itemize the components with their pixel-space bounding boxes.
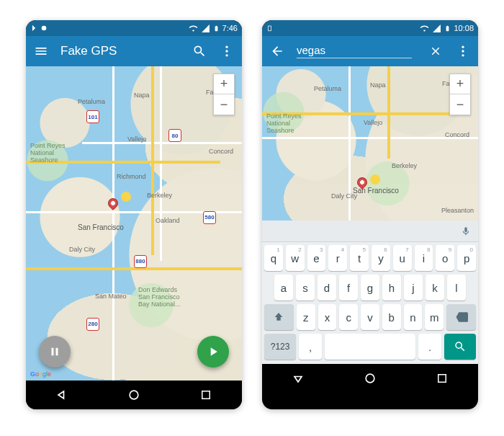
- nav-recents-button[interactable]: [428, 364, 456, 393]
- key-h[interactable]: h: [382, 275, 401, 301]
- key-n[interactable]: n: [404, 304, 423, 330]
- map[interactable]: Petaluma Napa Fairfield Vallejo Concord …: [26, 66, 242, 381]
- key-v[interactable]: v: [361, 304, 379, 330]
- key-row-4: ?123 , .: [264, 334, 476, 360]
- key-s[interactable]: s: [296, 275, 315, 301]
- zoom-out-button[interactable]: −: [214, 94, 234, 115]
- keyboard-search-key[interactable]: [444, 334, 476, 360]
- key-row-2: asdfghjkl: [264, 275, 476, 301]
- overflow-icon[interactable]: [455, 43, 471, 59]
- map-label: Richmond: [117, 173, 146, 180]
- svg-rect-5: [202, 391, 210, 399]
- key-w[interactable]: w2: [286, 245, 305, 271]
- key-f[interactable]: f: [339, 275, 358, 301]
- key-u[interactable]: u7: [393, 245, 412, 271]
- key-r[interactable]: r4: [328, 245, 347, 271]
- key-e[interactable]: e3: [307, 245, 326, 271]
- pause-fab[interactable]: [39, 336, 71, 368]
- period-key[interactable]: .: [418, 334, 441, 360]
- key-p[interactable]: p0: [457, 245, 476, 271]
- nav-back-button[interactable]: [48, 381, 76, 409]
- key-d[interactable]: d: [318, 275, 336, 301]
- phone-main-view: 7:46 Fake GPS Petaluma Napa Fairfield Va…: [26, 20, 242, 409]
- svg-point-4: [130, 391, 138, 399]
- wifi-icon: [189, 24, 198, 33]
- space-key[interactable]: [325, 334, 415, 360]
- status-time: 7:46: [222, 24, 238, 32]
- nav-home-button[interactable]: [120, 381, 148, 409]
- overflow-icon[interactable]: [219, 43, 235, 59]
- nav-bar: [262, 364, 478, 393]
- signal-icon: [432, 24, 441, 33]
- map-attribution: Google: [30, 370, 51, 378]
- nav-back-down-button[interactable]: [284, 364, 312, 393]
- key-a[interactable]: a: [274, 275, 293, 301]
- comma-key[interactable]: ,: [299, 334, 322, 360]
- svg-rect-6: [269, 26, 271, 31]
- key-z[interactable]: z: [297, 304, 315, 330]
- key-j[interactable]: j: [404, 275, 423, 301]
- search-icon[interactable]: [192, 43, 207, 59]
- map-label: Berkeley: [147, 192, 172, 199]
- key-x[interactable]: x: [318, 304, 337, 330]
- map[interactable]: Petaluma Napa Fairfield Vallejo Concord …: [262, 66, 478, 221]
- search-input[interactable]: vegas: [297, 44, 412, 58]
- highway-shield: 280: [86, 318, 99, 331]
- zoom-control: + −: [449, 74, 471, 115]
- svg-point-3: [225, 54, 228, 56]
- map-label: Petaluma: [78, 98, 105, 105]
- nav-bar: [26, 381, 242, 409]
- key-c[interactable]: c: [339, 304, 358, 330]
- status-icon: [40, 25, 48, 32]
- key-q[interactable]: q1: [264, 245, 283, 271]
- key-k[interactable]: k: [426, 275, 444, 301]
- map-label-park: Point Reyes National Seashore: [266, 112, 302, 134]
- key-m[interactable]: m: [425, 304, 444, 330]
- hamburger-icon[interactable]: [33, 43, 49, 59]
- symbols-key[interactable]: ?123: [264, 334, 296, 360]
- mic-icon[interactable]: [461, 226, 471, 236]
- zoom-control: + −: [213, 74, 235, 115]
- clear-icon[interactable]: [428, 43, 444, 59]
- map-label: Vallejo: [364, 119, 382, 126]
- play-fab[interactable]: [197, 336, 229, 368]
- map-label: Napa: [134, 92, 150, 99]
- status-bar: 10:08: [262, 20, 478, 36]
- svg-point-0: [42, 26, 47, 31]
- map-label: Concord: [445, 131, 469, 138]
- signal-icon: [201, 24, 210, 33]
- map-label: Oakland: [156, 217, 180, 224]
- key-row-3: zxcvbnm: [264, 304, 476, 330]
- keyboard-suggest-bar: [262, 221, 478, 242]
- key-t[interactable]: t5: [350, 245, 369, 271]
- wifi-icon: [420, 24, 429, 33]
- nav-home-button[interactable]: [356, 364, 384, 393]
- status-bar: 7:46: [26, 20, 242, 36]
- map-label: Napa: [370, 81, 386, 89]
- key-i[interactable]: i8: [415, 245, 433, 271]
- highway-shield: 101: [86, 110, 99, 123]
- backspace-key[interactable]: [446, 304, 476, 330]
- zoom-out-button[interactable]: −: [450, 94, 470, 115]
- zoom-in-button[interactable]: +: [450, 74, 470, 94]
- svg-point-8: [462, 50, 464, 52]
- key-b[interactable]: b: [382, 304, 401, 330]
- map-label: Concord: [209, 148, 233, 155]
- map-label-main: San Francisco: [353, 187, 399, 195]
- nav-recents-button[interactable]: [192, 381, 220, 409]
- key-y[interactable]: y6: [372, 245, 390, 271]
- zoom-in-button[interactable]: +: [214, 74, 234, 94]
- highway-shield: 880: [134, 255, 147, 268]
- marker-icon: [370, 174, 380, 184]
- soft-keyboard: q1w2e3r4t5y6u7i8o9p0 asdfghjkl zxcvbnm ?…: [262, 242, 478, 364]
- shift-key[interactable]: [264, 304, 294, 330]
- back-arrow-icon[interactable]: [269, 43, 285, 59]
- key-g[interactable]: g: [361, 275, 379, 301]
- app-title: Fake GPS: [60, 44, 180, 58]
- battery-outline-icon: [266, 24, 273, 32]
- key-o[interactable]: o9: [436, 245, 454, 271]
- svg-point-1: [225, 46, 228, 48]
- key-row-1: q1w2e3r4t5y6u7i8o9p0: [264, 245, 476, 271]
- highway-shield: 80: [168, 129, 181, 142]
- key-l[interactable]: l: [447, 275, 466, 301]
